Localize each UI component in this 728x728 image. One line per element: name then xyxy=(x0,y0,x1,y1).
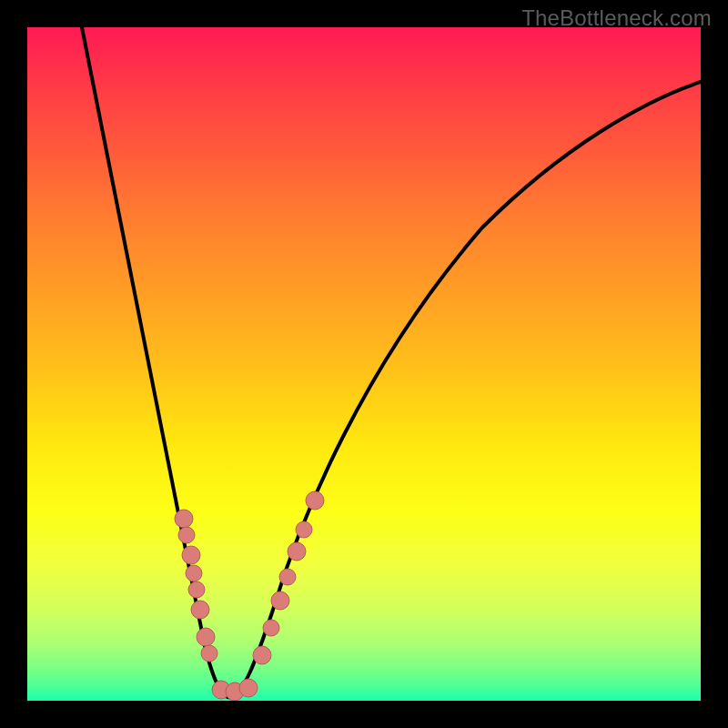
data-marker xyxy=(186,565,202,581)
data-marker xyxy=(188,581,205,598)
bottleneck-curve xyxy=(82,27,701,698)
data-marker xyxy=(178,527,195,543)
data-marker xyxy=(279,569,296,585)
chart-frame: TheBottleneck.com xyxy=(0,0,728,728)
data-marker xyxy=(239,679,258,697)
data-marker xyxy=(182,546,200,564)
data-marker xyxy=(263,620,279,636)
data-marker xyxy=(175,510,193,528)
data-marker xyxy=(296,521,312,538)
data-marker xyxy=(197,628,215,646)
curve-svg xyxy=(27,27,701,701)
data-marker xyxy=(306,491,324,510)
data-marker xyxy=(253,646,271,664)
data-marker xyxy=(271,592,289,610)
plot-area xyxy=(27,27,701,701)
data-marker xyxy=(191,601,209,619)
data-marker xyxy=(288,542,306,561)
data-marker xyxy=(201,645,217,662)
